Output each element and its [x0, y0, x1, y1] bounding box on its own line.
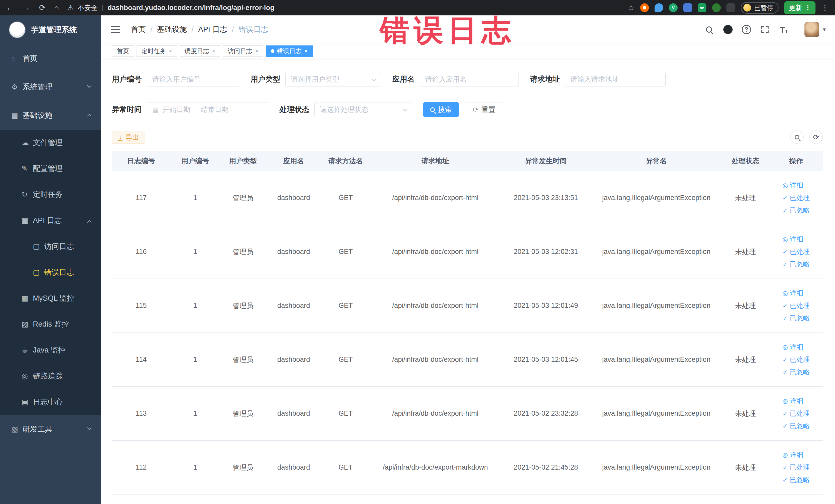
sidebar-item-access-log[interactable]: ▢ 访问日志: [0, 234, 101, 259]
extension-icon-2[interactable]: [655, 3, 663, 12]
action-ignored-link[interactable]: ✓已忽略: [782, 368, 810, 377]
sidebar-item-infrastructure[interactable]: ▤ 基础设施: [0, 101, 101, 130]
home-icon: ⌂: [11, 55, 23, 63]
request-url-label: 请求地址: [530, 74, 560, 84]
github-icon[interactable]: [723, 24, 733, 35]
refresh-table-button[interactable]: ⟳: [809, 130, 823, 144]
app-logo[interactable]: 芋道管理系统: [0, 15, 101, 44]
extension-icon-1[interactable]: [640, 3, 649, 12]
method-cell: GET: [321, 171, 370, 225]
user-menu[interactable]: ▾: [805, 22, 826, 37]
user-id-label: 用户编号: [112, 74, 142, 84]
extension-icon-3[interactable]: V: [669, 3, 678, 12]
app-name-input[interactable]: [420, 72, 519, 87]
extension-icon-7[interactable]: [727, 3, 735, 12]
export-button[interactable]: ↓ 导出: [112, 131, 145, 144]
check-icon: ✓: [782, 464, 788, 471]
tab-close-icon[interactable]: ×: [304, 48, 308, 54]
sidebar-item-api-logs[interactable]: ▣ API 日志: [0, 207, 101, 234]
tab-schedule-log[interactable]: 调度日志 ×: [180, 45, 220, 57]
app-name-cell: dashboard: [266, 225, 321, 279]
search-button[interactable]: 搜索: [423, 102, 459, 117]
action-detail-link[interactable]: ◎详细: [782, 288, 803, 298]
paused-badge[interactable]: 已暂停: [741, 2, 778, 14]
process-status-placeholder: 请选择处理状态: [320, 105, 368, 114]
search-icon[interactable]: [704, 24, 714, 35]
sidebar-item-system-management[interactable]: ⚙ 系统管理: [0, 73, 101, 101]
sidebar-item-dev-tools[interactable]: ▧ 研发工具: [0, 415, 101, 443]
sidebar-item-java-monitor[interactable]: ☕ Java 监控: [0, 337, 101, 363]
sidebar-item-link-tracing[interactable]: ◎ 链路追踪: [0, 363, 101, 389]
app-name-cell: dashboard: [266, 279, 321, 333]
reload-icon[interactable]: ⟳: [39, 4, 45, 12]
sidebar-item-redis-monitor[interactable]: ▨ Redis 监控: [0, 311, 101, 337]
fullscreen-icon[interactable]: [760, 24, 770, 35]
sidebar-item-scheduled-jobs[interactable]: ↻ 定时任务: [0, 182, 101, 207]
column-header: 请求地址: [370, 151, 501, 171]
breadcrumb-item[interactable]: 基础设施: [157, 24, 187, 35]
eye-icon: ◎: [782, 398, 788, 405]
action-ignored-link[interactable]: ✓已忽略: [782, 260, 810, 269]
action-detail-link[interactable]: ◎详细: [782, 450, 803, 459]
update-button[interactable]: 更新 ⋮: [784, 1, 815, 14]
sidebar-item-log-center[interactable]: ▣ 日志中心: [0, 389, 101, 415]
user-type-cell: 管理员: [220, 171, 266, 225]
action-processed-link[interactable]: ✓已处理: [782, 355, 810, 364]
toggle-search-button[interactable]: [790, 130, 804, 144]
tab-error-log[interactable]: 错误日志 ×: [266, 45, 313, 57]
fontsize-icon[interactable]: TT: [779, 24, 789, 35]
action-ignored-link[interactable]: ✓已忽略: [782, 476, 810, 484]
action-processed-link[interactable]: ✓已处理: [782, 409, 810, 418]
exception-time-range-picker[interactable]: ▦ 开始日期 - 结束日期: [147, 102, 268, 117]
forward-icon[interactable]: →: [23, 4, 30, 12]
breadcrumb-item[interactable]: 首页: [131, 24, 146, 35]
action-ignored-link[interactable]: ✓已忽略: [782, 206, 810, 215]
action-processed-link[interactable]: ✓已处理: [782, 193, 810, 202]
browser-menu-icon[interactable]: ⋮: [821, 4, 829, 12]
user-id-input[interactable]: [147, 72, 239, 87]
page-content: 用户编号 用户类型 请选择用户类型 应用名 请求地址 异常时: [101, 59, 835, 504]
tab-scheduled-jobs[interactable]: 定时任务 ×: [137, 45, 177, 57]
bookmark-star-icon[interactable]: ☆: [628, 4, 634, 12]
extension-icon-4[interactable]: [683, 3, 692, 12]
back-icon[interactable]: ←: [6, 4, 14, 12]
sidebar-item-home[interactable]: ⌂ 首页: [0, 44, 101, 73]
sidebar-item-error-log[interactable]: ▢ 错误日志: [0, 259, 101, 285]
exception-name-cell: java.lang.IllegalArgumentException: [591, 225, 721, 279]
action-detail-link[interactable]: ◎详细: [782, 343, 803, 351]
sidebar-item-config-management[interactable]: ✎ 配置管理: [0, 156, 101, 182]
tab-access-log[interactable]: 访问日志 ×: [223, 45, 263, 57]
action-processed-link[interactable]: ✓已处理: [782, 463, 810, 472]
action-ignored-link[interactable]: ✓已忽略: [782, 314, 810, 323]
extension-icon-6[interactable]: [712, 3, 721, 12]
action-detail-link[interactable]: ◎详细: [782, 235, 803, 244]
reset-button[interactable]: ⟳ 重置: [466, 102, 502, 117]
action-processed-link[interactable]: ✓已处理: [782, 301, 810, 310]
tab-close-icon[interactable]: ×: [255, 48, 259, 54]
check-icon: ✓: [782, 261, 788, 268]
action-ignored-link[interactable]: ✓已忽略: [782, 422, 810, 430]
check-icon: ✓: [782, 423, 788, 430]
action-processed-link[interactable]: ✓已处理: [782, 247, 810, 256]
help-icon[interactable]: ?: [742, 25, 751, 34]
tab-close-icon[interactable]: ×: [169, 48, 172, 54]
breadcrumb-item[interactable]: API 日志: [198, 24, 227, 35]
user-type-select[interactable]: 请选择用户类型: [285, 72, 381, 87]
table-row: 116 1 管理员 dashboard GET /api/infra/db-do…: [112, 225, 823, 279]
sidebar-item-file-management[interactable]: ☁ 文件管理: [0, 130, 101, 156]
actions-cell: ◎详细 ✓已处理 ✓已忽略: [770, 279, 823, 333]
address-bar[interactable]: ⚠ 不安全 | dashboard.yudao.iocoder.cn/infra…: [67, 3, 628, 12]
edit-icon: ✎: [22, 164, 33, 173]
exception-name-cell: java.lang.IllegalArgumentException: [591, 333, 721, 387]
sidebar-fold-icon[interactable]: [111, 26, 120, 33]
browser-home-icon[interactable]: ⌂: [54, 4, 59, 12]
process-status-select[interactable]: 请选择处理状态: [314, 102, 412, 117]
sidebar-item-mysql-monitor[interactable]: ▥ MySQL 监控: [0, 285, 101, 311]
extension-icon-5[interactable]: on: [698, 3, 707, 12]
request-url-input[interactable]: [565, 72, 666, 87]
tab-close-icon[interactable]: ×: [212, 48, 216, 54]
action-detail-link[interactable]: ◎详细: [782, 181, 803, 190]
action-detail-link[interactable]: ◎详细: [782, 397, 803, 405]
tab-home[interactable]: 首页: [112, 45, 134, 57]
status-cell: 未处理: [721, 333, 770, 387]
